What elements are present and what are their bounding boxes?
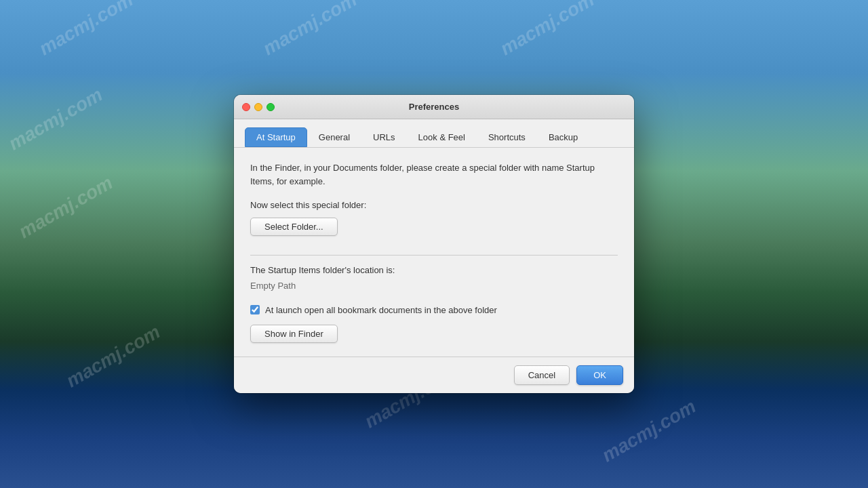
close-button[interactable]: [242, 103, 250, 111]
divider: [250, 255, 618, 256]
maximize-button[interactable]: [267, 103, 275, 111]
checkbox-row: At launch open all bookmark documents in…: [250, 304, 618, 317]
show-in-finder-button[interactable]: Show in Finder: [250, 325, 338, 343]
preferences-dialog: Preferences At Startup General URLs Look…: [234, 95, 634, 393]
dialog-backdrop: Preferences At Startup General URLs Look…: [0, 0, 868, 488]
cancel-button[interactable]: Cancel: [514, 365, 570, 385]
traffic-lights: [242, 103, 275, 111]
tab-at-startup[interactable]: At Startup: [245, 127, 307, 147]
tab-shortcuts[interactable]: Shortcuts: [477, 127, 537, 147]
select-folder-label: Now select this special folder:: [250, 199, 618, 212]
checkbox-label: At launch open all bookmark documents in…: [265, 304, 497, 317]
tab-backup[interactable]: Backup: [537, 127, 589, 147]
title-bar: Preferences: [234, 95, 634, 119]
launch-checkbox[interactable]: [250, 305, 260, 314]
ok-button[interactable]: OK: [576, 365, 623, 385]
dialog-title: Preferences: [234, 102, 634, 112]
tab-general[interactable]: General: [307, 127, 361, 147]
tab-urls[interactable]: URLs: [361, 127, 407, 147]
dialog-content: In the Finder, in your Documents folder,…: [234, 148, 634, 357]
path-value: Empty Path: [250, 279, 618, 293]
tab-look-feel[interactable]: Look & Feel: [407, 127, 477, 147]
description-text: In the Finder, in your Documents folder,…: [250, 161, 618, 188]
dialog-footer: Cancel OK: [234, 357, 634, 393]
select-folder-button[interactable]: Select Folder...: [250, 218, 338, 236]
tab-bar: At Startup General URLs Look & Feel Shor…: [234, 119, 634, 148]
location-label: The Startup Items folder's location is:: [250, 264, 618, 277]
minimize-button[interactable]: [254, 103, 262, 111]
